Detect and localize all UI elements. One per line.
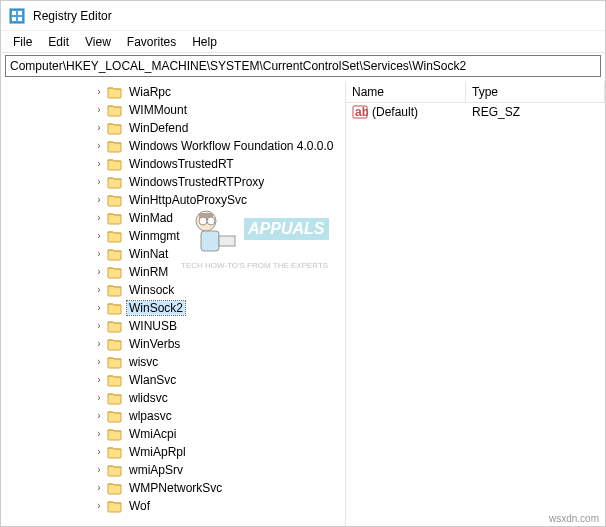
tree-scroll[interactable]: ›WiaRpc›WIMMount›WinDefend›Windows Workf… [1, 81, 345, 526]
menubar: File Edit View Favorites Help [1, 31, 605, 53]
tree-item-label: Winsock [127, 283, 176, 297]
tree-item[interactable]: ›WinMad [1, 209, 345, 227]
value-row[interactable]: (Default)REG_SZ [346, 103, 605, 121]
chevron-right-icon[interactable]: › [91, 354, 107, 370]
folder-icon [107, 175, 123, 189]
chevron-right-icon[interactable]: › [91, 138, 107, 154]
tree-item[interactable]: ›WIMMount [1, 101, 345, 119]
column-header-type[interactable]: Type [466, 81, 605, 102]
tree-item[interactable]: ›wlidsvc [1, 389, 345, 407]
chevron-right-icon[interactable]: › [91, 426, 107, 442]
chevron-right-icon[interactable]: › [91, 336, 107, 352]
folder-icon [107, 157, 123, 171]
chevron-right-icon[interactable]: › [91, 300, 107, 316]
chevron-right-icon[interactable]: › [91, 444, 107, 460]
chevron-right-icon[interactable]: › [91, 174, 107, 190]
address-bar[interactable]: Computer\HKEY_LOCAL_MACHINE\SYSTEM\Curre… [5, 55, 601, 77]
tree-item[interactable]: ›wisvc [1, 353, 345, 371]
tree-item[interactable]: ›WinVerbs [1, 335, 345, 353]
tree-item[interactable]: ›Winmgmt [1, 227, 345, 245]
tree-item-label: WindowsTrustedRT [127, 157, 236, 171]
tree-item[interactable]: ›Windows Workflow Foundation 4.0.0.0 [1, 137, 345, 155]
tree-item-label: WiaRpc [127, 85, 173, 99]
tree-item[interactable]: ›WinSock2 [1, 299, 345, 317]
tree-item-label: WmiAcpi [127, 427, 178, 441]
folder-icon [107, 229, 123, 243]
tree-item[interactable]: ›WINUSB [1, 317, 345, 335]
folder-icon [107, 355, 123, 369]
folder-icon [107, 463, 123, 477]
folder-icon [107, 211, 123, 225]
folder-icon [107, 301, 123, 315]
tree-item[interactable]: ›WmiApRpl [1, 443, 345, 461]
chevron-right-icon[interactable]: › [91, 264, 107, 280]
chevron-right-icon[interactable]: › [91, 480, 107, 496]
tree-item[interactable]: ›wlpasvc [1, 407, 345, 425]
folder-icon [107, 283, 123, 297]
svg-rect-2 [18, 11, 22, 15]
chevron-right-icon[interactable]: › [91, 246, 107, 262]
folder-icon [107, 373, 123, 387]
tree-item[interactable]: ›Wof [1, 497, 345, 515]
tree-item-label: Windows Workflow Foundation 4.0.0.0 [127, 139, 336, 153]
folder-icon [107, 427, 123, 441]
tree-item-label: WinRM [127, 265, 170, 279]
tree-item-label: WINUSB [127, 319, 179, 333]
folder-icon [107, 265, 123, 279]
tree-item-label: Wof [127, 499, 152, 513]
chevron-right-icon[interactable]: › [91, 120, 107, 136]
chevron-right-icon[interactable]: › [91, 102, 107, 118]
menu-edit[interactable]: Edit [40, 33, 77, 51]
tree-item-label: wlidsvc [127, 391, 170, 405]
svg-rect-4 [18, 17, 22, 21]
tree-item[interactable]: ›WiaRpc [1, 83, 345, 101]
chevron-right-icon[interactable]: › [91, 210, 107, 226]
chevron-right-icon[interactable]: › [91, 318, 107, 334]
folder-icon [107, 409, 123, 423]
tree-item-label: wlpasvc [127, 409, 174, 423]
menu-help[interactable]: Help [184, 33, 225, 51]
chevron-right-icon[interactable]: › [91, 498, 107, 514]
tree-item[interactable]: ›wmiApSrv [1, 461, 345, 479]
menu-view[interactable]: View [77, 33, 119, 51]
folder-icon [107, 193, 123, 207]
folder-icon [107, 481, 123, 495]
window-titlebar: Registry Editor [1, 1, 605, 31]
tree-item[interactable]: ›WinHttpAutoProxySvc [1, 191, 345, 209]
chevron-right-icon[interactable]: › [91, 282, 107, 298]
tree-item-label: WinSock2 [127, 301, 185, 315]
svg-rect-3 [12, 17, 16, 21]
tree-item-label: WinVerbs [127, 337, 182, 351]
tree-item[interactable]: ›WlanSvc [1, 371, 345, 389]
chevron-right-icon[interactable]: › [91, 192, 107, 208]
folder-icon [107, 391, 123, 405]
column-header-name[interactable]: Name [346, 81, 466, 102]
menu-file[interactable]: File [5, 33, 40, 51]
chevron-right-icon[interactable]: › [91, 372, 107, 388]
tree-item[interactable]: ›WinRM [1, 263, 345, 281]
tree-item[interactable]: ›WinDefend [1, 119, 345, 137]
tree-item[interactable]: ›WMPNetworkSvc [1, 479, 345, 497]
tree-item[interactable]: ›WindowsTrustedRTProxy [1, 173, 345, 191]
chevron-right-icon[interactable]: › [91, 408, 107, 424]
chevron-right-icon[interactable]: › [91, 462, 107, 478]
tree-item-label: WIMMount [127, 103, 189, 117]
details-header: Name Type [346, 81, 605, 103]
menu-favorites[interactable]: Favorites [119, 33, 184, 51]
tree-pane: ›WiaRpc›WIMMount›WinDefend›Windows Workf… [1, 81, 346, 526]
tree-item[interactable]: ›Winsock [1, 281, 345, 299]
tree-item[interactable]: ›WmiAcpi [1, 425, 345, 443]
tree-item-label: WinMad [127, 211, 175, 225]
tree-item[interactable]: ›WindowsTrustedRT [1, 155, 345, 173]
chevron-right-icon[interactable]: › [91, 84, 107, 100]
chevron-right-icon[interactable]: › [91, 390, 107, 406]
value-type: REG_SZ [466, 104, 605, 120]
chevron-right-icon[interactable]: › [91, 228, 107, 244]
string-value-icon [352, 104, 368, 120]
registry-editor-icon [9, 8, 25, 24]
tree-item-label: WmiApRpl [127, 445, 188, 459]
tree-item[interactable]: ›WinNat [1, 245, 345, 263]
chevron-right-icon[interactable]: › [91, 156, 107, 172]
folder-icon [107, 139, 123, 153]
folder-icon [107, 85, 123, 99]
